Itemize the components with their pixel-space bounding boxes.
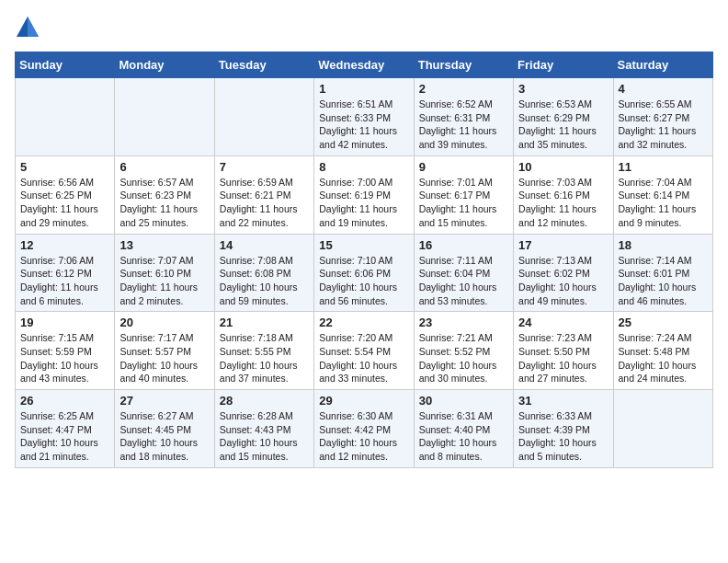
day-info: Sunrise: 7:13 AM Sunset: 6:02 PM Dayligh… <box>518 254 608 308</box>
column-header-sunday: Sunday <box>16 52 115 78</box>
day-cell: 24Sunrise: 7:23 AM Sunset: 5:50 PM Dayli… <box>514 312 613 390</box>
day-cell: 17Sunrise: 7:13 AM Sunset: 6:02 PM Dayli… <box>514 234 613 312</box>
day-info: Sunrise: 6:31 AM Sunset: 4:40 PM Dayligh… <box>419 409 508 464</box>
day-cell: 3Sunrise: 6:53 AM Sunset: 6:29 PM Daylig… <box>514 78 613 156</box>
day-info: Sunrise: 7:20 AM Sunset: 5:54 PM Dayligh… <box>319 331 408 385</box>
week-row-2: 5Sunrise: 6:56 AM Sunset: 6:25 PM Daylig… <box>16 155 713 234</box>
day-info: Sunrise: 6:27 AM Sunset: 4:45 PM Dayligh… <box>119 409 209 464</box>
day-info: Sunrise: 7:23 AM Sunset: 5:50 PM Dayligh… <box>518 331 608 385</box>
day-cell: 10Sunrise: 7:03 AM Sunset: 6:16 PM Dayli… <box>514 155 613 234</box>
calendar-table: SundayMondayTuesdayWednesdayThursdayFrid… <box>15 52 713 468</box>
day-number: 11 <box>619 160 708 174</box>
day-cell: 5Sunrise: 6:56 AM Sunset: 6:25 PM Daylig… <box>16 155 115 234</box>
week-row-3: 12Sunrise: 7:06 AM Sunset: 6:12 PM Dayli… <box>16 234 713 312</box>
day-cell: 25Sunrise: 7:24 AM Sunset: 5:48 PM Dayli… <box>613 312 712 390</box>
logo <box>15 15 44 40</box>
day-cell: 29Sunrise: 6:30 AM Sunset: 4:42 PM Dayli… <box>314 390 414 468</box>
day-number: 1 <box>319 82 408 96</box>
week-row-4: 19Sunrise: 7:15 AM Sunset: 5:59 PM Dayli… <box>16 312 713 390</box>
day-info: Sunrise: 7:01 AM Sunset: 6:17 PM Dayligh… <box>419 176 508 230</box>
day-info: Sunrise: 6:25 AM Sunset: 4:47 PM Dayligh… <box>20 409 109 464</box>
day-number: 31 <box>518 394 608 408</box>
day-number: 15 <box>319 238 408 252</box>
day-number: 4 <box>619 82 708 96</box>
day-cell: 13Sunrise: 7:07 AM Sunset: 6:10 PM Dayli… <box>115 234 214 312</box>
day-info: Sunrise: 7:21 AM Sunset: 5:52 PM Dayligh… <box>419 331 508 385</box>
day-number: 3 <box>518 82 608 96</box>
day-number: 13 <box>119 238 209 252</box>
day-cell <box>214 78 313 156</box>
svg-marker-1 <box>28 17 39 37</box>
column-header-tuesday: Tuesday <box>214 52 313 78</box>
day-number: 2 <box>419 82 508 96</box>
day-number: 25 <box>619 316 708 329</box>
day-number: 8 <box>319 160 408 174</box>
day-cell: 21Sunrise: 7:18 AM Sunset: 5:55 PM Dayli… <box>214 312 313 390</box>
day-number: 5 <box>20 160 109 174</box>
day-info: Sunrise: 6:51 AM Sunset: 6:33 PM Dayligh… <box>319 98 408 152</box>
day-number: 19 <box>20 316 109 329</box>
day-number: 12 <box>20 238 109 252</box>
day-info: Sunrise: 6:30 AM Sunset: 4:42 PM Dayligh… <box>319 409 408 464</box>
header-row: SundayMondayTuesdayWednesdayThursdayFrid… <box>16 52 713 78</box>
day-info: Sunrise: 7:08 AM Sunset: 6:08 PM Dayligh… <box>220 254 309 308</box>
day-number: 23 <box>419 316 508 329</box>
day-info: Sunrise: 7:11 AM Sunset: 6:04 PM Dayligh… <box>419 254 508 308</box>
day-cell: 19Sunrise: 7:15 AM Sunset: 5:59 PM Dayli… <box>16 312 115 390</box>
day-info: Sunrise: 7:03 AM Sunset: 6:16 PM Dayligh… <box>518 176 608 230</box>
day-cell: 11Sunrise: 7:04 AM Sunset: 6:14 PM Dayli… <box>613 155 712 234</box>
day-number: 18 <box>619 238 708 252</box>
day-number: 6 <box>119 160 209 174</box>
day-number: 14 <box>220 238 309 252</box>
day-info: Sunrise: 7:04 AM Sunset: 6:14 PM Dayligh… <box>619 176 708 230</box>
day-cell: 14Sunrise: 7:08 AM Sunset: 6:08 PM Dayli… <box>214 234 313 312</box>
day-number: 17 <box>518 238 608 252</box>
day-info: Sunrise: 7:06 AM Sunset: 6:12 PM Dayligh… <box>20 254 109 308</box>
day-cell: 22Sunrise: 7:20 AM Sunset: 5:54 PM Dayli… <box>314 312 414 390</box>
day-cell: 16Sunrise: 7:11 AM Sunset: 6:04 PM Dayli… <box>414 234 513 312</box>
day-cell: 27Sunrise: 6:27 AM Sunset: 4:45 PM Dayli… <box>115 390 214 468</box>
day-info: Sunrise: 7:18 AM Sunset: 5:55 PM Dayligh… <box>220 331 309 385</box>
day-cell: 2Sunrise: 6:52 AM Sunset: 6:31 PM Daylig… <box>414 78 513 156</box>
day-number: 10 <box>518 160 608 174</box>
day-number: 26 <box>20 394 109 408</box>
day-cell <box>115 78 214 156</box>
day-cell: 15Sunrise: 7:10 AM Sunset: 6:06 PM Dayli… <box>314 234 414 312</box>
day-info: Sunrise: 6:57 AM Sunset: 6:23 PM Dayligh… <box>119 176 209 230</box>
week-row-5: 26Sunrise: 6:25 AM Sunset: 4:47 PM Dayli… <box>16 390 713 468</box>
day-cell: 20Sunrise: 7:17 AM Sunset: 5:57 PM Dayli… <box>115 312 214 390</box>
page-header <box>15 15 713 40</box>
day-cell: 28Sunrise: 6:28 AM Sunset: 4:43 PM Dayli… <box>214 390 313 468</box>
day-cell: 12Sunrise: 7:06 AM Sunset: 6:12 PM Dayli… <box>16 234 115 312</box>
day-info: Sunrise: 6:55 AM Sunset: 6:27 PM Dayligh… <box>619 98 708 152</box>
day-cell: 23Sunrise: 7:21 AM Sunset: 5:52 PM Dayli… <box>414 312 513 390</box>
day-info: Sunrise: 6:59 AM Sunset: 6:21 PM Dayligh… <box>220 176 309 230</box>
day-number: 21 <box>220 316 309 329</box>
day-number: 30 <box>419 394 508 408</box>
day-number: 27 <box>119 394 209 408</box>
logo-icon <box>15 15 40 40</box>
day-cell: 6Sunrise: 6:57 AM Sunset: 6:23 PM Daylig… <box>115 155 214 234</box>
day-info: Sunrise: 6:52 AM Sunset: 6:31 PM Dayligh… <box>419 98 508 152</box>
day-info: Sunrise: 6:28 AM Sunset: 4:43 PM Dayligh… <box>220 409 309 464</box>
day-cell: 8Sunrise: 7:00 AM Sunset: 6:19 PM Daylig… <box>314 155 414 234</box>
day-cell: 7Sunrise: 6:59 AM Sunset: 6:21 PM Daylig… <box>214 155 313 234</box>
day-cell: 1Sunrise: 6:51 AM Sunset: 6:33 PM Daylig… <box>314 78 414 156</box>
column-header-monday: Monday <box>115 52 214 78</box>
day-cell: 4Sunrise: 6:55 AM Sunset: 6:27 PM Daylig… <box>613 78 712 156</box>
column-header-friday: Friday <box>514 52 613 78</box>
column-header-wednesday: Wednesday <box>314 52 414 78</box>
column-header-thursday: Thursday <box>414 52 513 78</box>
day-number: 22 <box>319 316 408 329</box>
day-number: 9 <box>419 160 508 174</box>
day-info: Sunrise: 7:00 AM Sunset: 6:19 PM Dayligh… <box>319 176 408 230</box>
day-cell <box>613 390 712 468</box>
day-number: 20 <box>119 316 209 329</box>
day-cell: 18Sunrise: 7:14 AM Sunset: 6:01 PM Dayli… <box>613 234 712 312</box>
day-number: 24 <box>518 316 608 329</box>
day-cell: 31Sunrise: 6:33 AM Sunset: 4:39 PM Dayli… <box>514 390 613 468</box>
day-info: Sunrise: 6:53 AM Sunset: 6:29 PM Dayligh… <box>518 98 608 152</box>
week-row-1: 1Sunrise: 6:51 AM Sunset: 6:33 PM Daylig… <box>16 78 713 156</box>
day-cell <box>16 78 115 156</box>
day-cell: 9Sunrise: 7:01 AM Sunset: 6:17 PM Daylig… <box>414 155 513 234</box>
